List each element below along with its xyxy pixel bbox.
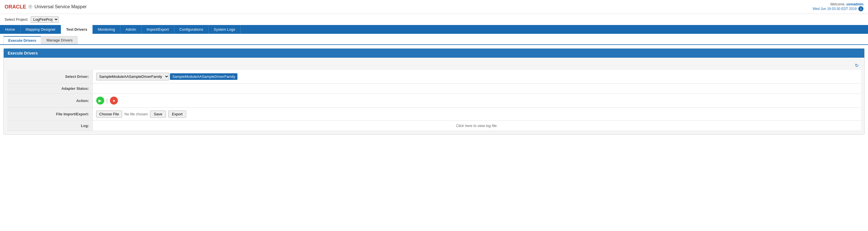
refresh-bar: ↻ — [7, 61, 861, 70]
welcome-label: Welcome, — [830, 2, 845, 6]
tab-home[interactable]: Home — [0, 25, 21, 34]
action-value: ▶ | ● — [93, 94, 861, 108]
refresh-button[interactable]: ↻ — [855, 63, 859, 68]
sub-tab-execute-drivers[interactable]: Execute Drivers — [3, 36, 41, 44]
stop-button[interactable]: ● — [110, 97, 118, 105]
log-label: Log: — [7, 121, 93, 131]
log-link[interactable]: Click here to view log file. — [96, 124, 858, 128]
project-label: Select Project: — [5, 17, 28, 22]
tab-test-drivers[interactable]: Test Drivers — [61, 25, 93, 34]
choose-file-button[interactable]: Choose File — [96, 111, 122, 118]
action-buttons: ▶ | ● — [96, 97, 858, 105]
oracle-logo: ORACLE — [5, 4, 26, 10]
save-button[interactable]: Save — [150, 111, 166, 118]
log-row: Log: Click here to view log file. — [7, 121, 861, 131]
header: ORACLE ® Universal Service Mapper Welcom… — [0, 0, 868, 14]
info-icon[interactable]: i — [858, 6, 863, 11]
tab-configurations[interactable]: Configurations — [174, 25, 209, 34]
action-label: Action: — [7, 94, 93, 108]
main-content: Execute Drivers ↻ Select Driver: SampleM… — [0, 45, 868, 138]
select-driver-label: Select Driver: — [7, 70, 93, 83]
app-title: Universal Service Mapper — [34, 4, 87, 9]
logo-separator: ® — [28, 4, 32, 10]
tab-system-logs[interactable]: System Logs — [209, 25, 241, 34]
project-bar: Select Project: LogFireProj — [0, 14, 868, 25]
datetime-bar: Wed Jun 19 03:30 EDT 2019 i — [813, 6, 863, 11]
driver-select[interactable]: SampleModuleAASampleDriverFamily — [96, 73, 169, 80]
play-button[interactable]: ▶ — [96, 97, 104, 105]
tab-mapping-designer[interactable]: Mapping Designer — [21, 25, 61, 34]
adapter-status-label: Adapter Status: — [7, 83, 93, 94]
tab-admin[interactable]: Admin — [120, 25, 142, 34]
form-table: Select Driver: SampleModuleAASampleDrive… — [7, 70, 861, 131]
panel-title: Execute Drivers — [8, 51, 38, 55]
file-import-export-value: Choose File No file chosen Save Export — [93, 108, 861, 121]
project-select[interactable]: LogFireProj — [31, 16, 59, 23]
log-value: Click here to view log file. — [93, 121, 861, 131]
nav-tabs: Home Mapping Designer Test Drivers Monit… — [0, 25, 868, 34]
app-logo: ORACLE ® Universal Service Mapper — [5, 4, 87, 10]
tab-monitoring[interactable]: Monitoring — [93, 25, 120, 34]
panel-header: Execute Drivers — [4, 48, 864, 58]
export-button[interactable]: Export — [168, 111, 186, 118]
no-file-text: No file chosen — [124, 112, 148, 116]
tab-import-export[interactable]: Import/Export — [142, 25, 174, 34]
username: usmadmin — [846, 2, 863, 6]
dropdown-highlighted-option[interactable]: SampleModuleAASampleDriverFamily — [170, 73, 238, 80]
user-info: Welcome, usmadmin Wed Jun 19 03:30 EDT 2… — [813, 2, 863, 11]
select-driver-value: SampleModuleAASampleDriverFamily SampleM… — [93, 70, 861, 83]
sub-tab-manage-drivers[interactable]: Manage Drivers — [41, 36, 78, 44]
datetime-text: Wed Jun 19 03:30 EDT 2019 — [813, 7, 857, 11]
adapter-status-value — [93, 83, 861, 94]
file-import-export-label: File Import/Export: — [7, 108, 93, 121]
sub-tabs: Execute Drivers Manage Drivers — [0, 34, 868, 45]
execute-drivers-panel: Execute Drivers ↻ Select Driver: SampleM… — [3, 48, 865, 135]
file-import-export-row: File Import/Export: Choose File No file … — [7, 108, 861, 121]
action-row: Action: ▶ | ● — [7, 94, 861, 108]
select-driver-row: Select Driver: SampleModuleAASampleDrive… — [7, 70, 861, 83]
file-import-controls: Choose File No file chosen Save Export — [96, 111, 858, 118]
panel-body: ↻ Select Driver: SampleModuleAASampleDri… — [4, 58, 864, 134]
adapter-status-row: Adapter Status: — [7, 83, 861, 94]
action-separator: | — [106, 98, 108, 104]
